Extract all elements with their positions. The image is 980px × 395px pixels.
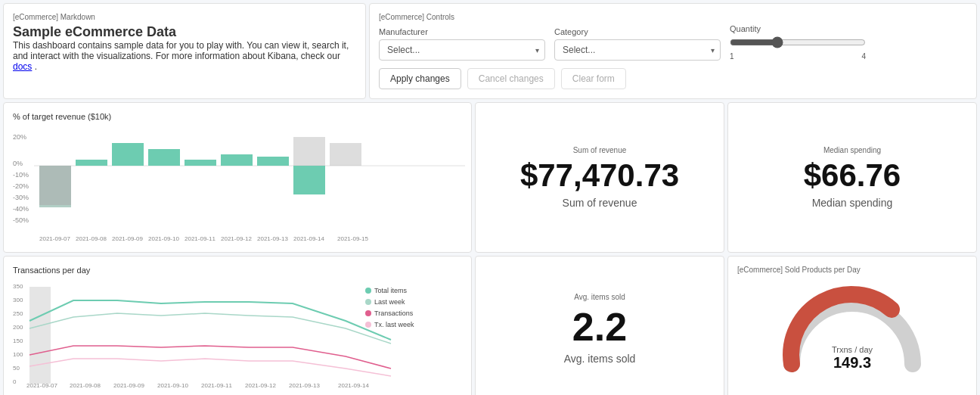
markdown-panel: [eCommerce] Markdown Sample eCommerce Da… bbox=[3, 3, 366, 99]
svg-rect-17 bbox=[221, 154, 253, 166]
svg-text:2021-09-08: 2021-09-08 bbox=[70, 382, 101, 389]
transactions-panel: Transactions per day 350 300 250 200 150… bbox=[3, 256, 472, 395]
transactions-title: Transactions per day bbox=[13, 266, 462, 275]
apply-button[interactable]: Apply changes bbox=[379, 68, 461, 89]
svg-rect-12 bbox=[39, 166, 71, 205]
sum-revenue-panel: Sum of revenue $77,470.73 Sum of revenue bbox=[475, 102, 724, 253]
svg-rect-39 bbox=[29, 287, 51, 384]
svg-point-54 bbox=[365, 322, 371, 328]
svg-point-52 bbox=[365, 310, 371, 316]
transactions-chart-wrapper: 350 300 250 200 150 100 50 0 bbox=[13, 279, 462, 391]
manufacturer-select[interactable]: Select... bbox=[379, 39, 545, 61]
cancel-button[interactable]: Cancel changes bbox=[467, 68, 555, 89]
median-spending-label: Median spending bbox=[812, 197, 893, 209]
quantity-min: 1 bbox=[730, 52, 734, 61]
svg-text:2021-09-13: 2021-09-13 bbox=[257, 235, 288, 242]
markdown-suffix: . bbox=[35, 61, 37, 72]
svg-rect-13 bbox=[76, 160, 107, 166]
gauge-container: Trxns / day 149.3 bbox=[737, 277, 967, 383]
svg-text:2021-09-14: 2021-09-14 bbox=[338, 382, 369, 389]
markdown-text: This dashboard contains sample data for … bbox=[13, 40, 349, 61]
sum-revenue-value: $77,470.73 bbox=[520, 157, 679, 194]
sold-products-panel: [eCommerce] Sold Products per Day Trxns … bbox=[727, 256, 977, 395]
svg-text:20%: 20% bbox=[13, 133, 26, 141]
avg-items-panel-title: Avg. items sold bbox=[574, 293, 625, 301]
svg-text:2021-09-12: 2021-09-12 bbox=[221, 235, 252, 242]
svg-text:2021-09-08: 2021-09-08 bbox=[76, 235, 107, 242]
category-select-wrapper: Select... ▾ bbox=[554, 39, 721, 61]
svg-rect-19 bbox=[293, 166, 325, 194]
svg-text:2021-09-09: 2021-09-09 bbox=[113, 382, 144, 389]
svg-text:Trxns / day: Trxns / day bbox=[832, 345, 873, 354]
median-spending-panel-title: Median spending bbox=[823, 146, 881, 154]
svg-text:2021-09-10: 2021-09-10 bbox=[148, 235, 179, 242]
svg-rect-16 bbox=[185, 160, 216, 166]
svg-text:2021-09-11: 2021-09-11 bbox=[185, 235, 216, 242]
controls-panel: [eCommerce] Controls Manufacturer Select… bbox=[369, 3, 977, 99]
clear-button[interactable]: Clear form bbox=[561, 68, 626, 89]
revenue-chart-svg: 20% 0% -10% -20% -30% -40% -50% bbox=[13, 126, 467, 243]
svg-text:0: 0 bbox=[13, 378, 17, 385]
svg-rect-14 bbox=[112, 143, 144, 166]
avg-items-panel: Avg. items sold 2.2 Avg. items sold bbox=[475, 256, 724, 395]
manufacturer-label: Manufacturer bbox=[379, 27, 545, 36]
svg-text:2021-09-15: 2021-09-15 bbox=[337, 235, 368, 242]
docs-link[interactable]: docs bbox=[13, 61, 32, 72]
category-control: Category Select... ▾ bbox=[554, 27, 721, 61]
markdown-body: This dashboard contains sample data for … bbox=[13, 40, 356, 72]
svg-text:2021-09-10: 2021-09-10 bbox=[157, 382, 188, 389]
category-select[interactable]: Select... bbox=[554, 39, 721, 61]
svg-text:0%: 0% bbox=[13, 160, 23, 167]
revenue-chart-title: % of target revenue ($10k) bbox=[13, 112, 462, 121]
controls-row: Manufacturer Select... ▾ Category Select… bbox=[379, 24, 967, 61]
svg-text:-10%: -10% bbox=[13, 171, 29, 179]
sum-revenue-label: Sum of revenue bbox=[563, 197, 637, 209]
svg-rect-18 bbox=[257, 157, 289, 166]
sum-revenue-panel-title: Sum of revenue bbox=[573, 146, 627, 154]
svg-point-48 bbox=[365, 288, 371, 294]
svg-text:2021-09-09: 2021-09-09 bbox=[112, 235, 143, 242]
median-spending-panel: Median spending $66.76 Median spending bbox=[727, 102, 977, 253]
svg-text:150: 150 bbox=[13, 337, 23, 344]
svg-text:2021-09-07: 2021-09-07 bbox=[39, 235, 70, 242]
manufacturer-select-wrapper: Select... ▾ bbox=[379, 39, 545, 61]
svg-text:300: 300 bbox=[13, 297, 23, 303]
quantity-control: Quantity 1 4 bbox=[730, 24, 866, 61]
avg-items-value: 2.2 bbox=[572, 304, 627, 350]
svg-text:350: 350 bbox=[13, 283, 23, 290]
svg-text:Total items: Total items bbox=[374, 287, 408, 294]
svg-text:Last week: Last week bbox=[374, 298, 405, 306]
svg-text:2021-09-12: 2021-09-12 bbox=[245, 382, 276, 389]
svg-text:Tx. last week: Tx. last week bbox=[374, 321, 414, 328]
svg-text:-30%: -30% bbox=[13, 194, 29, 201]
svg-text:149.3: 149.3 bbox=[833, 354, 871, 371]
svg-text:50: 50 bbox=[13, 365, 20, 372]
markdown-heading: Sample eCommerce Data bbox=[13, 24, 356, 40]
quantity-label: Quantity bbox=[730, 24, 866, 33]
svg-text:2021-09-13: 2021-09-13 bbox=[289, 382, 320, 389]
revenue-chart-panel: % of target revenue ($10k) 20% 0% -10% -… bbox=[3, 102, 472, 253]
quantity-slider-container: 1 4 bbox=[730, 36, 866, 61]
gauge-svg: Trxns / day 149.3 bbox=[777, 281, 928, 379]
transactions-chart-svg: 350 300 250 200 150 100 50 0 bbox=[13, 279, 459, 389]
svg-text:2021-09-14: 2021-09-14 bbox=[293, 235, 324, 242]
svg-text:-50%: -50% bbox=[13, 216, 29, 224]
manufacturer-control: Manufacturer Select... ▾ bbox=[379, 27, 545, 61]
quantity-max: 4 bbox=[861, 52, 866, 61]
svg-point-50 bbox=[365, 299, 371, 305]
svg-text:2021-09-07: 2021-09-07 bbox=[26, 382, 57, 389]
controls-buttons: Apply changes Cancel changes Clear form bbox=[379, 68, 967, 89]
svg-rect-15 bbox=[148, 149, 180, 166]
median-spending-value: $66.76 bbox=[804, 157, 901, 194]
svg-rect-20 bbox=[293, 137, 325, 166]
quantity-slider[interactable] bbox=[730, 36, 866, 48]
markdown-panel-title: [eCommerce] Markdown bbox=[13, 13, 356, 21]
svg-text:250: 250 bbox=[13, 310, 23, 317]
svg-text:Transactions: Transactions bbox=[374, 309, 414, 317]
controls-panel-title: [eCommerce] Controls bbox=[379, 13, 967, 21]
svg-text:100: 100 bbox=[13, 351, 23, 358]
category-label: Category bbox=[554, 27, 721, 36]
svg-text:2021-09-11: 2021-09-11 bbox=[201, 382, 232, 389]
avg-items-label: Avg. items sold bbox=[564, 353, 636, 365]
svg-text:-20%: -20% bbox=[13, 182, 29, 190]
